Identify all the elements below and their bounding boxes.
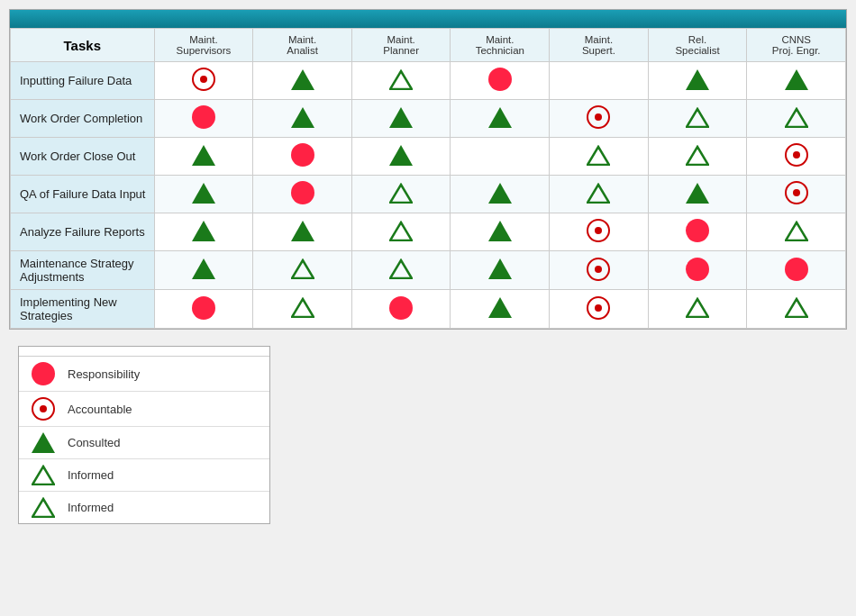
legend-title xyxy=(19,347,269,357)
svg-marker-12 xyxy=(687,299,708,317)
svg-marker-0 xyxy=(390,71,412,89)
consulted-symbol xyxy=(291,107,314,128)
legend-label: Responsibility xyxy=(68,367,140,381)
responsibility-symbol xyxy=(488,68,512,91)
informed-symbol xyxy=(32,497,55,518)
informed-symbol xyxy=(32,465,55,485)
svg-marker-8 xyxy=(786,222,807,240)
raci-cell xyxy=(154,176,253,213)
role-header-cnns: CNNSProj. Engr. xyxy=(747,29,846,62)
consulted-symbol xyxy=(192,258,215,279)
consulted-symbol xyxy=(488,258,512,279)
raci-cell xyxy=(253,100,352,138)
consulted-symbol xyxy=(488,297,512,318)
informed-symbol xyxy=(291,297,314,318)
task-cell: Inputting Failure Data xyxy=(11,62,155,100)
legend-item: Informed xyxy=(19,459,269,492)
raci-cell xyxy=(154,138,253,176)
raci-cell xyxy=(747,62,846,100)
svg-marker-4 xyxy=(687,147,708,165)
raci-cell xyxy=(451,290,550,329)
consulted-symbol xyxy=(785,69,808,90)
legend-item: Accountable xyxy=(19,392,269,427)
legend-label: Consulted xyxy=(68,436,121,449)
svg-marker-3 xyxy=(587,147,609,165)
raci-cell xyxy=(550,213,649,251)
responsibility-symbol xyxy=(291,181,314,204)
raci-cell xyxy=(154,100,253,138)
chart-title xyxy=(10,10,846,28)
informed-symbol xyxy=(785,297,808,318)
raci-cell xyxy=(747,213,846,251)
consulted-symbol xyxy=(192,221,215,241)
raci-cell xyxy=(253,176,352,213)
raci-cell xyxy=(351,176,451,213)
svg-marker-6 xyxy=(587,185,609,203)
legend-symbol-container xyxy=(30,362,57,385)
raci-cell xyxy=(550,290,649,329)
svg-marker-15 xyxy=(32,499,54,517)
responsibility-symbol xyxy=(32,362,55,385)
consulted-symbol xyxy=(192,183,215,204)
raci-cell xyxy=(648,62,747,100)
raci-cell xyxy=(253,62,352,100)
tasks-column-header: Tasks xyxy=(11,29,155,62)
raci-cell xyxy=(253,251,352,290)
role-header-supervisors: Maint.Supervisors xyxy=(154,29,253,62)
raci-cell xyxy=(550,62,649,100)
consulted-symbol xyxy=(488,221,512,241)
responsibility-symbol xyxy=(192,105,215,129)
raci-cell xyxy=(747,176,846,213)
consulted-symbol xyxy=(291,69,314,90)
responsibility-symbol xyxy=(686,219,709,242)
accountable-symbol xyxy=(587,258,610,281)
raci-cell xyxy=(648,100,747,138)
raci-cell xyxy=(154,213,253,251)
svg-marker-13 xyxy=(786,299,807,317)
empty-cell xyxy=(488,143,512,167)
legend-item: Informed xyxy=(19,492,269,523)
informed-symbol xyxy=(686,297,709,318)
svg-marker-5 xyxy=(390,185,412,203)
legend-label: Accountable xyxy=(68,403,132,416)
task-cell: Work Order Completion xyxy=(11,100,155,138)
accountable-symbol xyxy=(587,105,610,129)
informed-symbol xyxy=(389,69,413,90)
raci-cell xyxy=(747,251,846,290)
raci-cell xyxy=(154,62,253,100)
responsibility-symbol xyxy=(686,258,709,281)
raci-cell xyxy=(451,213,550,251)
raci-cell xyxy=(351,138,451,176)
svg-marker-1 xyxy=(687,109,708,127)
responsibility-symbol xyxy=(785,258,808,281)
consulted-symbol xyxy=(291,221,314,241)
raci-cell xyxy=(550,251,649,290)
raci-cell xyxy=(154,290,253,329)
consulted-symbol xyxy=(32,432,55,453)
legend-item: Consulted xyxy=(19,427,269,459)
raci-cell xyxy=(351,213,451,251)
raci-cell xyxy=(351,251,451,290)
svg-marker-7 xyxy=(390,222,412,240)
task-cell: Analyze Failure Reports xyxy=(11,213,155,251)
raci-cell xyxy=(648,138,747,176)
svg-marker-9 xyxy=(292,260,314,278)
accountable-symbol xyxy=(785,181,808,204)
raci-table: Tasks Maint.SupervisorsMaint.AnalistMain… xyxy=(10,28,846,329)
table-row: Work Order Completion xyxy=(11,100,846,138)
informed-symbol xyxy=(587,183,610,204)
task-cell: Implementing New Strategies xyxy=(11,290,155,329)
informed-symbol xyxy=(291,258,314,279)
raci-cell xyxy=(253,213,352,251)
table-row: Analyze Failure Reports xyxy=(11,213,846,251)
raci-cell xyxy=(451,176,550,213)
raci-cell xyxy=(351,100,451,138)
legend-symbol-container xyxy=(30,397,57,421)
informed-symbol xyxy=(389,183,413,204)
accountable-symbol xyxy=(587,219,610,242)
raci-cell xyxy=(648,176,747,213)
task-cell: Maintenance Strategy Adjustments xyxy=(11,251,155,290)
raci-cell xyxy=(648,213,747,251)
task-cell: Work Order Close Out xyxy=(11,138,155,176)
role-header-analist: Maint.Analist xyxy=(253,29,352,62)
